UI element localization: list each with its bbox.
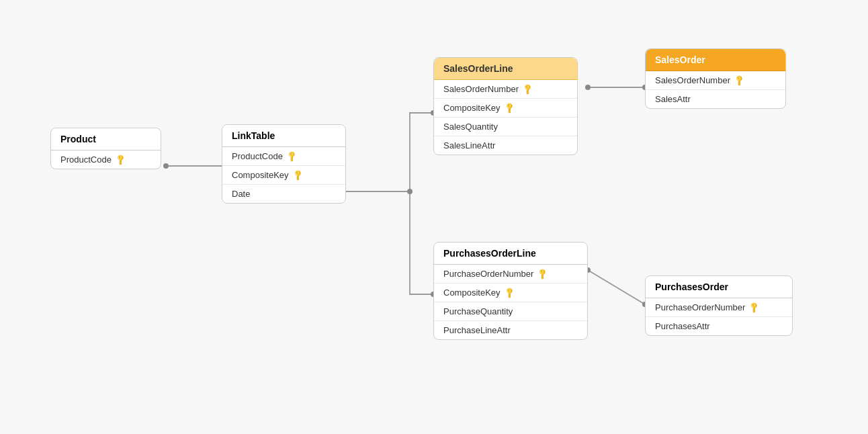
entity-linktable-field-date: Date xyxy=(222,185,345,203)
key-icon: 🔑 xyxy=(503,101,515,114)
entity-purchasesorder[interactable]: PurchasesOrder PurchaseOrderNumber 🔑 Pur… xyxy=(645,275,793,336)
entity-purchasesorderline-field-purchaseordernumber: PurchaseOrderNumber 🔑 xyxy=(434,265,587,284)
key-icon: 🔑 xyxy=(536,267,549,280)
field-name: PurchaseQuantity xyxy=(443,306,513,316)
field-name: PurchasesAttr xyxy=(655,321,710,331)
entity-salesorderline-field-salesquantity: SalesQuantity xyxy=(434,118,577,136)
entity-salesorderline[interactable]: SalesOrderLine SalesOrderNumber 🔑 Compos… xyxy=(433,57,578,155)
entity-linktable-field-compositekey: CompositeKey 🔑 xyxy=(222,166,345,185)
dot-product xyxy=(163,163,169,169)
entity-salesorder-field-salesattr: SalesAttr xyxy=(646,90,785,108)
field-name: SalesQuantity xyxy=(443,122,498,132)
field-name: ProductCode xyxy=(232,151,283,161)
entity-salesorderline-field-saleslineattr: SalesLineAttr xyxy=(434,136,577,155)
field-name: SalesOrderNumber xyxy=(443,84,519,94)
field-name: CompositeKey xyxy=(232,170,289,180)
entity-salesorderline-field-compositekey: CompositeKey 🔑 xyxy=(434,99,577,118)
diagram-canvas: Product ProductCode 🔑 LinkTable ProductC… xyxy=(0,0,868,434)
field-name: SalesOrderNumber xyxy=(655,75,730,85)
dot-salesline-right xyxy=(585,85,591,90)
field-name: CompositeKey xyxy=(443,103,501,113)
entity-purchasesorderline[interactable]: PurchasesOrderLine PurchaseOrderNumber 🔑… xyxy=(433,242,588,340)
key-icon: 🔑 xyxy=(503,286,515,299)
conn-junction-salesline-compositekey xyxy=(410,113,433,191)
entity-linktable[interactable]: LinkTable ProductCode 🔑 CompositeKey 🔑 D… xyxy=(222,124,346,204)
entity-purchasesorder-field-purchasesattr: PurchasesAttr xyxy=(646,317,792,335)
field-name: SalesAttr xyxy=(655,94,691,104)
entity-product-header: Product xyxy=(51,128,161,150)
key-icon: 🔑 xyxy=(285,150,298,163)
entity-purchasesorderline-field-purchasequantity: PurchaseQuantity xyxy=(434,302,587,321)
key-icon: 🔑 xyxy=(291,169,304,181)
entity-purchasesorderline-field-compositekey: CompositeKey 🔑 xyxy=(434,284,587,302)
entity-salesorder-header: SalesOrder xyxy=(646,49,785,71)
entity-product-field-productcode: ProductCode 🔑 xyxy=(51,150,161,169)
entity-purchasesorderline-header: PurchasesOrderLine xyxy=(434,243,587,265)
junction-dot-main xyxy=(407,189,413,194)
entity-product[interactable]: Product ProductCode 🔑 xyxy=(50,128,161,169)
key-icon: 🔑 xyxy=(732,74,745,87)
field-name: ProductCode xyxy=(60,155,112,165)
entity-salesorder-field-salesordernumber: SalesOrderNumber 🔑 xyxy=(646,71,785,90)
entity-purchasesorderline-field-purchaselineattr: PurchaseLineAttr xyxy=(434,321,587,339)
entity-linktable-field-productcode: ProductCode 🔑 xyxy=(222,147,345,166)
entity-purchasesorder-field-purchaseordernumber: PurchaseOrderNumber 🔑 xyxy=(646,298,792,317)
key-icon: 🔑 xyxy=(748,301,761,314)
field-name: PurchaseOrderNumber xyxy=(655,302,745,312)
entity-purchasesorder-header: PurchasesOrder xyxy=(646,276,792,298)
key-icon: 🔑 xyxy=(114,153,126,166)
field-name: PurchaseOrderNumber xyxy=(443,269,533,279)
entity-salesorderline-field-salesordernumber: SalesOrderNumber 🔑 xyxy=(434,80,577,99)
conn-junction-purchaseline-compositekey xyxy=(410,191,433,294)
key-icon: 🔑 xyxy=(521,83,533,95)
field-name: PurchaseLineAttr xyxy=(443,325,511,335)
entity-linktable-header: LinkTable xyxy=(222,125,345,147)
entity-salesorder[interactable]: SalesOrder SalesOrderNumber 🔑 SalesAttr xyxy=(645,48,786,109)
field-name: Date xyxy=(232,189,250,199)
field-name: CompositeKey xyxy=(443,288,501,298)
conn-purchaseline-purchasesorder xyxy=(588,270,645,304)
entity-salesorderline-header: SalesOrderLine xyxy=(434,58,577,80)
field-name: SalesLineAttr xyxy=(443,140,495,150)
